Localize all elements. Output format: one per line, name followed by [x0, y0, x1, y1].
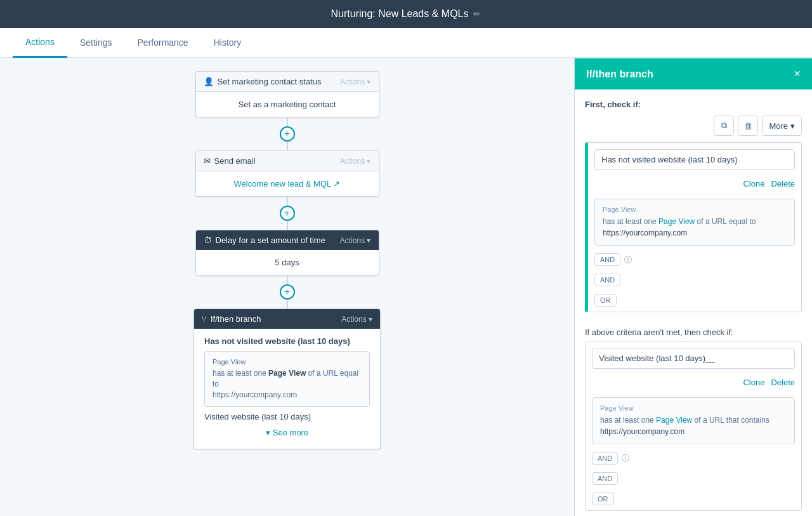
connector-add-3: + [280, 275, 295, 308]
node-set-marketing-title: Set marketing contact status [218, 77, 322, 86]
branch1-condition-text: has at least one Page View of a URL equa… [213, 368, 362, 400]
top-bar: Nurturing: New Leads & MQLs [0, 0, 812, 28]
branch2-delete-link[interactable]: Delete [771, 378, 795, 387]
connector-add-2: + [280, 197, 295, 230]
tab-history[interactable]: History [201, 29, 254, 56]
node-send-email-actions[interactable]: Actions ▾ [340, 157, 371, 166]
branch2-condition-text-panel: has at least one Page View of a URL that… [600, 414, 787, 437]
branch1-condition-box: Page View has at least one Page View of … [204, 351, 370, 407]
node-send-email-title: Send email [214, 156, 256, 166]
delete-button[interactable]: 🗑 [738, 116, 758, 136]
panel-toolbar: ⧉ 🗑 More ▾ [585, 116, 802, 136]
add-btn-1[interactable]: + [280, 126, 295, 142]
branch2-and-button2[interactable]: AND [592, 472, 618, 485]
node-set-marketing-actions[interactable]: Actions ▾ [340, 77, 371, 86]
branch2-card-actions: Clone Delete [586, 374, 801, 392]
user-icon: 👤 [204, 77, 214, 86]
branch-header-left: ⑂ If/then branch [202, 314, 261, 324]
see-more-btn[interactable]: ▾ See more [204, 424, 370, 441]
branch2-name-input[interactable] [592, 348, 795, 369]
tab-actions[interactable]: Actions [13, 28, 67, 58]
branch2-or-row: OR [586, 490, 801, 510]
node-delay: ⏱ Delay for a set amount of time Actions… [195, 230, 379, 275]
criteria-text: If above criteria aren't met, then check… [585, 321, 802, 341]
add-btn-2[interactable]: + [280, 206, 295, 221]
branch1-card-actions: Clone Delete [588, 175, 801, 194]
node-send-email: ✉ Send email Actions ▾ Welcome new lead … [195, 150, 379, 197]
branch-inner: Has not visited website (last 10 days) P… [194, 329, 380, 449]
branch1-delete-link[interactable]: Delete [771, 179, 795, 189]
node-set-marketing-body: Set as a marketing contact [196, 92, 379, 117]
info-icon[interactable]: ⓘ [624, 255, 632, 265]
branch2-card: Clone Delete Page View has at least one … [585, 341, 802, 511]
branch2-and-row: AND ⓘ [586, 449, 801, 470]
line-6 [287, 300, 288, 308]
node-send-email-body: Welcome new lead & MQL ↗ [196, 171, 379, 196]
line-2 [287, 142, 288, 150]
panel-title: If/then branch [586, 69, 653, 80]
copy-button[interactable]: ⧉ [714, 116, 734, 136]
node-delay-header: ⏱ Delay for a set amount of time Actions… [196, 230, 379, 250]
line-4 [287, 221, 288, 230]
branch1-clone-link[interactable]: Clone [743, 179, 764, 189]
nav-tabs: Actions Settings Performance History [0, 28, 812, 58]
branch2-info-icon[interactable]: ⓘ [622, 453, 629, 464]
branch1-card: Clone Delete Page View has at least one … [585, 142, 802, 312]
branch1-condition-text-panel: has at least one Page View of a URL equa… [603, 216, 787, 239]
line-3 [287, 197, 288, 206]
branch1-and-row2: AND [588, 271, 801, 291]
node-delay-body: 5 days [196, 250, 379, 275]
branch2-title-canvas: Visited website (last 10 days) [204, 412, 370, 421]
node-delay-actions[interactable]: Actions ▾ [340, 236, 371, 245]
branch2-condition-box-panel: Page View has at least one Page View of … [592, 397, 795, 444]
more-button[interactable]: More ▾ [762, 116, 802, 136]
flow-container: 👤 Set marketing contact status Actions ▾… [97, 71, 478, 449]
branch1-or-button[interactable]: OR [594, 294, 617, 307]
email-header-left: ✉ Send email [204, 156, 256, 166]
line-1 [287, 117, 288, 126]
branch2-and-row2: AND [586, 470, 801, 490]
header-left: 👤 Set marketing contact status [204, 77, 322, 86]
chevron-down-icon: ▾ [266, 428, 270, 437]
mail-icon: ✉ [204, 156, 211, 166]
external-link-icon: ↗ [333, 179, 340, 189]
node-set-marketing-header: 👤 Set marketing contact status Actions ▾ [196, 72, 379, 92]
clock-icon: ⏱ [204, 235, 212, 245]
email-link[interactable]: Welcome new lead & MQL ↗ [234, 179, 341, 189]
branch1-and-button[interactable]: AND [594, 253, 620, 266]
add-btn-3[interactable]: + [280, 284, 295, 300]
branch1-and-row: AND ⓘ [588, 251, 801, 271]
panel-content: First, check if: ⧉ 🗑 More ▾ Clone Delete [575, 89, 812, 516]
edit-title-icon[interactable] [473, 9, 481, 19]
node-delay-title: Delay for a set amount of time [216, 235, 325, 245]
delay-header-left: ⏱ Delay for a set amount of time [204, 235, 325, 245]
branch2-or-button[interactable]: OR [592, 493, 614, 505]
branch1-condition-label: Page View [213, 358, 362, 366]
line-5 [287, 275, 288, 284]
right-panel: If/then branch × First, check if: ⧉ 🗑 Mo… [574, 58, 812, 516]
branch2-and-button[interactable]: AND [592, 452, 618, 465]
branch2-clone-link[interactable]: Clone [743, 378, 764, 387]
node-ifthen-header: ⑂ If/then branch Actions ▾ [194, 309, 380, 329]
branch1-name-input[interactable] [594, 149, 795, 170]
connector-add-1: + [280, 117, 295, 150]
branch1-condition-label-panel: Page View [603, 206, 787, 213]
branch1-condition-box-panel: Page View has at least one Page View of … [594, 199, 795, 246]
main-layout: 👤 Set marketing contact status Actions ▾… [0, 58, 812, 516]
node-ifthen: ⑂ If/then branch Actions ▾ Has not visit… [193, 308, 381, 449]
node-send-email-header: ✉ Send email Actions ▾ [196, 151, 379, 171]
tab-settings[interactable]: Settings [67, 29, 125, 56]
close-panel-button[interactable]: × [794, 67, 801, 81]
panel-header: If/then branch × [575, 58, 812, 89]
branch2-condition-label-panel: Page View [600, 404, 787, 412]
more-label: More [769, 121, 788, 131]
node-ifthen-actions[interactable]: Actions ▾ [341, 315, 372, 324]
node-ifthen-title: If/then branch [211, 314, 261, 324]
tab-performance[interactable]: Performance [125, 29, 201, 56]
branch-icon: ⑂ [202, 314, 207, 324]
first-check-label: First, check if: [585, 100, 802, 109]
branch1-or-row: OR [588, 291, 801, 312]
canvas: 👤 Set marketing contact status Actions ▾… [0, 58, 574, 516]
branch1-and-button2[interactable]: AND [594, 274, 620, 286]
branch1-title: Has not visited website (last 10 days) [204, 336, 370, 346]
